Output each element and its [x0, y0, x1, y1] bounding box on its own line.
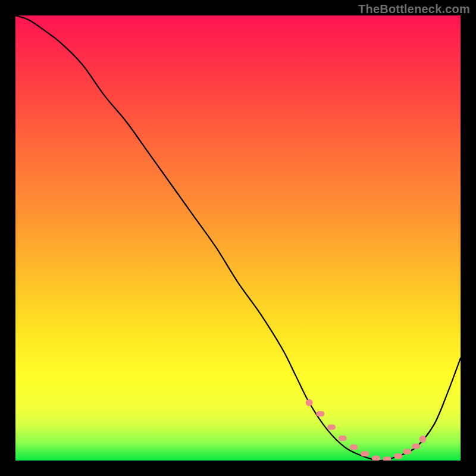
marker-dot	[403, 449, 411, 455]
marker-dot	[339, 436, 347, 441]
highlight-markers	[306, 399, 427, 461]
marker-dot	[394, 453, 402, 459]
marker-dot	[419, 436, 426, 443]
attribution-label: TheBottleneck.com	[358, 2, 470, 16]
marker-dot	[327, 424, 336, 430]
marker-dot	[316, 411, 324, 416]
bottleneck-curve	[15, 15, 461, 461]
plot-svg	[15, 15, 461, 461]
marker-dot	[372, 456, 380, 461]
plot-area	[15, 15, 461, 461]
chart-frame: TheBottleneck.com	[0, 0, 476, 476]
marker-dot	[361, 451, 369, 456]
marker-dot	[306, 399, 313, 406]
marker-dot	[412, 444, 420, 449]
marker-dot	[383, 456, 392, 461]
marker-dot	[349, 444, 358, 450]
